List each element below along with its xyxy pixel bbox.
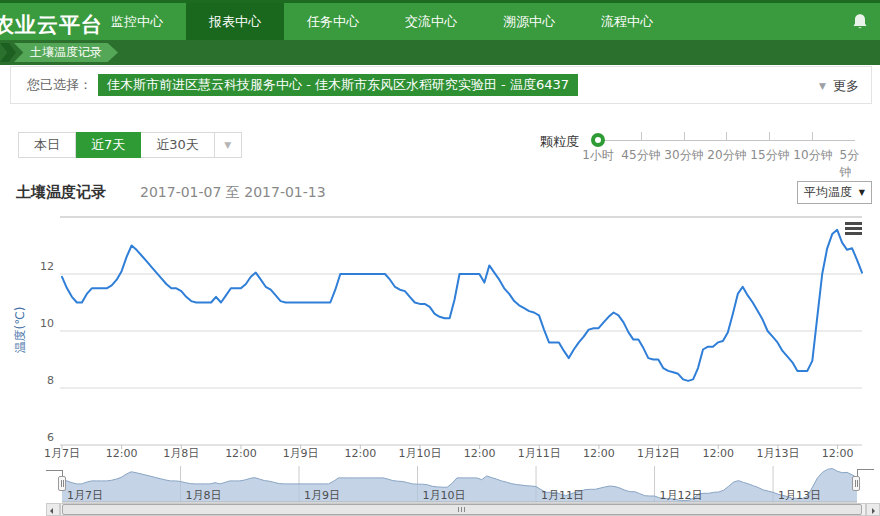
y-axis-tick-label: 6	[47, 431, 54, 444]
nav-item-communication[interactable]: 交流中心	[382, 3, 480, 40]
x-axis-tick-label: 12:00	[822, 447, 854, 460]
navigator-day-label: 1月9日	[304, 489, 340, 502]
granularity-option-1h[interactable]: 1小时	[582, 147, 614, 164]
granularity-option-20m[interactable]: 20分钟	[707, 147, 746, 164]
chevron-down-icon: ▼	[859, 188, 865, 197]
x-axis-tick-label: 1月10日	[398, 447, 441, 460]
x-axis-tick-label: 1月13日	[756, 447, 799, 460]
page: 农业云平台 监控中心 报表中心 任务中心 交流中心 溯源中心 流程中心 土壤温度…	[0, 0, 880, 516]
nav-item-process[interactable]: 流程中心	[578, 3, 676, 40]
range-today-button[interactable]: 本日	[18, 132, 76, 158]
date-range-button-group: 本日 近7天 近30天 ▼	[18, 132, 242, 158]
x-axis-tick-label: 1月9日	[283, 447, 319, 460]
x-axis-tick-label: 1月12日	[637, 447, 680, 460]
x-axis-tick-label: 12:00	[344, 447, 376, 460]
slider-tick	[641, 132, 642, 140]
more-label: 更多	[833, 77, 859, 95]
breadcrumb[interactable]: 土壤温度记录	[14, 43, 118, 62]
y-axis-tick-label: 10	[40, 317, 54, 330]
granularity-slider-track[interactable]	[598, 140, 855, 141]
bell-icon[interactable]	[850, 12, 870, 32]
selection-panel: 您已选择： 佳木斯市前进区慧云科技服务中心 - 佳木斯市东风区水稻研究实验田 -…	[10, 66, 872, 104]
x-axis-tick-label: 12:00	[583, 447, 615, 460]
range-month-button[interactable]: 近30天	[141, 132, 215, 158]
slider-tick	[726, 132, 727, 140]
chevron-down-icon: ▼	[819, 81, 826, 91]
breadcrumb-arrow-icon	[0, 43, 16, 62]
chart-plot-area[interactable]	[60, 215, 862, 445]
granularity-option-15m[interactable]: 15分钟	[750, 147, 789, 164]
y-axis-title: 温度(℃)	[13, 307, 27, 354]
nav-item-traceability[interactable]: 溯源中心	[480, 3, 578, 40]
y-axis-tick-label: 8	[47, 374, 54, 387]
navigator-day-label: 1月8日	[186, 489, 222, 502]
report-date-range: 2017-01-07 至 2017-01-13	[140, 184, 326, 202]
navigator-left-handle[interactable]	[58, 476, 66, 491]
x-axis-tick-label: 12:00	[464, 447, 496, 460]
navigator-day-label: 1月13日	[778, 489, 821, 502]
breadcrumb-bar: 土壤温度记录	[0, 40, 880, 65]
series-type-select[interactable]: 平均温度 ▼	[797, 181, 872, 204]
x-axis-tick-label: 1月8日	[163, 447, 199, 460]
navigator-day-label: 1月12日	[660, 489, 703, 502]
granularity-slider-handle[interactable]	[591, 133, 605, 147]
granularity-label: 颗粒度	[540, 133, 579, 151]
x-axis-tick-label: 12:00	[106, 447, 138, 460]
nav-item-monitor[interactable]: 监控中心	[88, 3, 186, 40]
nav-item-task[interactable]: 任务中心	[284, 3, 382, 40]
slider-tick	[684, 132, 685, 140]
main-nav: 监控中心 报表中心 任务中心 交流中心 溯源中心 流程中心	[88, 3, 676, 40]
range-dropdown-button[interactable]: ▼	[215, 132, 242, 158]
x-axis-tick-label: 1月11日	[518, 447, 561, 460]
chart-navigator[interactable]: 1月7日1月8日1月9日1月10日1月11日1月12日1月13日	[0, 461, 880, 503]
slider-tick	[812, 132, 813, 140]
scrollbar-left-arrow[interactable]	[46, 503, 60, 516]
scrollbar-grip-icon	[458, 507, 467, 512]
report-title: 土壤温度记录	[16, 183, 106, 202]
series-type-value: 平均温度	[804, 184, 852, 201]
more-button[interactable]: ▼ 更多	[819, 67, 859, 105]
y-axis-tick-label: 12	[40, 260, 54, 273]
navigator-outline	[46, 470, 63, 471]
scrollbar-thumb[interactable]	[62, 504, 862, 515]
navigator-day-label: 1月11日	[541, 489, 584, 502]
top-navbar: 农业云平台 监控中心 报表中心 任务中心 交流中心 溯源中心 流程中心	[0, 0, 880, 40]
granularity-option-5m[interactable]: 5分钟	[840, 147, 867, 181]
slider-tick	[769, 132, 770, 140]
range-week-button[interactable]: 近7天	[76, 132, 141, 158]
granularity-option-45m[interactable]: 45分钟	[621, 147, 660, 164]
navigator-day-label: 1月7日	[67, 489, 103, 502]
chart-export-menu-icon[interactable]	[845, 222, 862, 235]
navigator-outline	[857, 469, 874, 470]
nav-item-report[interactable]: 报表中心	[186, 3, 284, 40]
scrollbar-right-arrow[interactable]	[866, 503, 880, 516]
x-axis-tick-label: 12:00	[702, 447, 734, 460]
x-axis-tick-label: 12:00	[225, 447, 257, 460]
navigator-right-handle[interactable]	[852, 476, 860, 491]
selection-value-badge[interactable]: 佳木斯市前进区慧云科技服务中心 - 佳木斯市东风区水稻研究实验田 - 温度643…	[98, 74, 578, 96]
x-axis-tick-label: 1月7日	[44, 447, 80, 460]
selection-label: 您已选择：	[27, 76, 92, 94]
temperature-line-chart[interactable]: 121086温度(℃)1月7日12:001月8日12:001月9日12:001月…	[0, 215, 880, 461]
navigator-day-label: 1月10日	[423, 489, 466, 502]
granularity-option-10m[interactable]: 10分钟	[793, 147, 832, 164]
granularity-option-30m[interactable]: 30分钟	[664, 147, 703, 164]
